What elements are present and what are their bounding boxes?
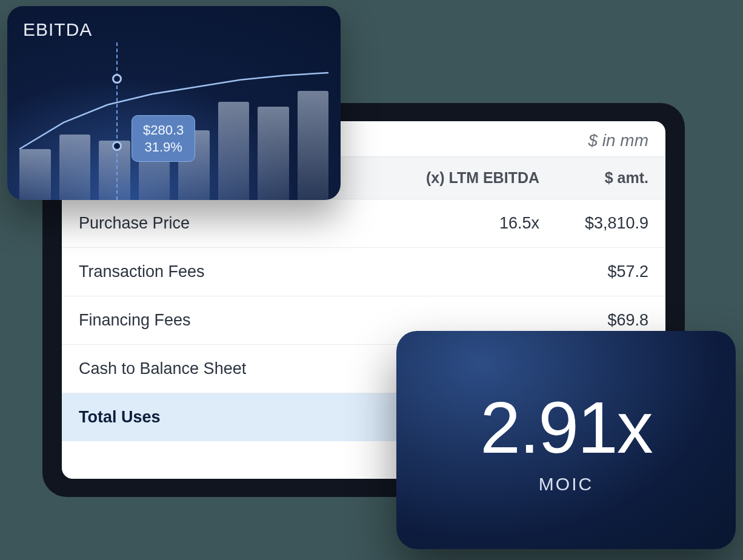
moic-label: MOIC [539, 474, 593, 495]
chart-title: EBITDA [23, 19, 325, 40]
chart-area: $280.3 31.9% [7, 48, 341, 200]
table-row: Transaction Fees $57.2 [62, 248, 665, 296]
total-label: Total Uses [79, 408, 364, 427]
moic-value: 2.91x [480, 385, 652, 469]
tooltip-value: $280.3 [143, 122, 184, 139]
ebitda-chart-card: EBITDA $280.3 31.9% [7, 6, 341, 200]
row-multiple [364, 262, 539, 281]
row-multiple: 16.5x [364, 214, 539, 233]
header-amount: $ amt. [539, 169, 648, 187]
row-amount: $69.8 [539, 311, 648, 330]
chart-guide-line [116, 42, 118, 200]
chart-marker-icon [112, 141, 122, 151]
chart-marker-icon [112, 74, 122, 84]
header-multiple: (x) LTM EBITDA [364, 169, 539, 187]
row-label: Purchase Price [79, 214, 364, 233]
row-label: Cash to Balance Sheet [79, 359, 364, 378]
moic-card: 2.91x MOIC [396, 331, 736, 549]
row-amount: $3,810.9 [539, 214, 648, 233]
table-row: Purchase Price 16.5x $3,810.9 [62, 199, 665, 248]
row-label: Transaction Fees [79, 262, 364, 281]
tooltip-pct: 31.9% [143, 139, 184, 156]
row-label: Financing Fees [79, 311, 364, 330]
row-amount: $57.2 [539, 262, 648, 281]
chart-tooltip: $280.3 31.9% [132, 115, 195, 162]
row-multiple [364, 311, 539, 330]
